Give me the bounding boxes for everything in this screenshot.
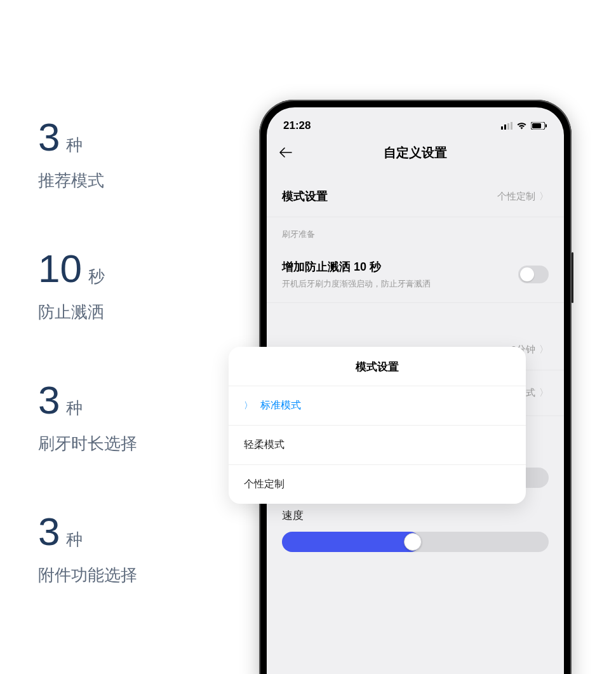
page-title: 自定义设置 [267, 144, 564, 161]
popup-option-standard[interactable]: 〉 标准模式 [229, 386, 526, 425]
chevron-right-icon: 〉 [539, 387, 549, 399]
nav-header: 自定义设置 [267, 135, 564, 170]
feature-number: 3 [38, 381, 60, 420]
splash-toggle[interactable] [518, 266, 549, 283]
chevron-right-icon: 〉 [539, 344, 549, 356]
feature-label: 防止溅洒 [38, 301, 229, 323]
feature-item: 10 秒 防止溅洒 [38, 249, 229, 323]
slider-label: 速度 [282, 508, 549, 523]
feature-unit: 种 [66, 134, 83, 156]
feature-label: 刷牙时长选择 [38, 433, 229, 455]
svg-rect-1 [504, 125, 506, 130]
mode-popup: 模式设置 〉 标准模式 轻柔模式 个性定制 [229, 347, 526, 504]
feature-number: 10 [38, 249, 82, 288]
status-icons [501, 122, 547, 130]
slider-speed-group: 速度 [267, 503, 564, 567]
row-title: 模式设置 [282, 189, 497, 204]
popup-option-label: 轻柔模式 [244, 438, 285, 452]
row-splash-protection: 增加防止溅洒 10 秒 开机后牙刷力度渐强启动，防止牙膏溅洒 [267, 246, 564, 303]
chevron-right-icon: 〉 [244, 400, 254, 412]
feature-label: 推荐模式 [38, 170, 229, 192]
feature-number: 3 [38, 512, 60, 551]
svg-rect-3 [511, 122, 512, 130]
feature-unit: 种 [66, 529, 83, 551]
popup-option-label: 标准模式 [260, 399, 301, 412]
wifi-icon [516, 122, 527, 130]
status-bar: 21:28 [267, 107, 564, 135]
chevron-right-icon: 〉 [539, 191, 549, 203]
feature-unit: 种 [66, 397, 83, 419]
phone-side-button [572, 252, 573, 303]
slider-thumb[interactable] [404, 533, 422, 551]
feature-item: 3 种 推荐模式 [38, 118, 229, 192]
feature-unit: 秒 [88, 266, 105, 288]
popup-option-label: 个性定制 [244, 478, 285, 491]
svg-rect-0 [501, 126, 503, 130]
popup-title: 模式设置 [229, 347, 526, 386]
row-mode-setting[interactable]: 模式设置 个性定制 〉 [267, 176, 564, 217]
feature-list: 3 种 推荐模式 10 秒 防止溅洒 3 种 刷牙时长选择 3 种 附件功能选择 [38, 118, 229, 644]
signal-icon [501, 122, 512, 130]
battery-icon [531, 122, 547, 130]
popup-option-gentle[interactable]: 轻柔模式 [229, 425, 526, 464]
popup-option-custom[interactable]: 个性定制 [229, 464, 526, 504]
slider-fill [282, 532, 420, 552]
svg-rect-2 [507, 123, 509, 130]
status-time: 21:28 [283, 119, 311, 132]
svg-rect-5 [532, 123, 541, 128]
row-subtitle: 开机后牙刷力度渐强启动，防止牙膏溅洒 [282, 278, 518, 290]
feature-item: 3 种 刷牙时长选择 [38, 381, 229, 455]
row-value: 个性定制 [497, 191, 535, 203]
row-title: 增加防止溅洒 10 秒 [282, 259, 518, 274]
speed-slider[interactable] [282, 532, 549, 552]
svg-rect-6 [546, 125, 547, 128]
feature-label: 附件功能选择 [38, 564, 229, 586]
section-label-prep: 刷牙准备 [267, 217, 564, 246]
feature-item: 3 种 附件功能选择 [38, 512, 229, 586]
feature-number: 3 [38, 118, 60, 157]
